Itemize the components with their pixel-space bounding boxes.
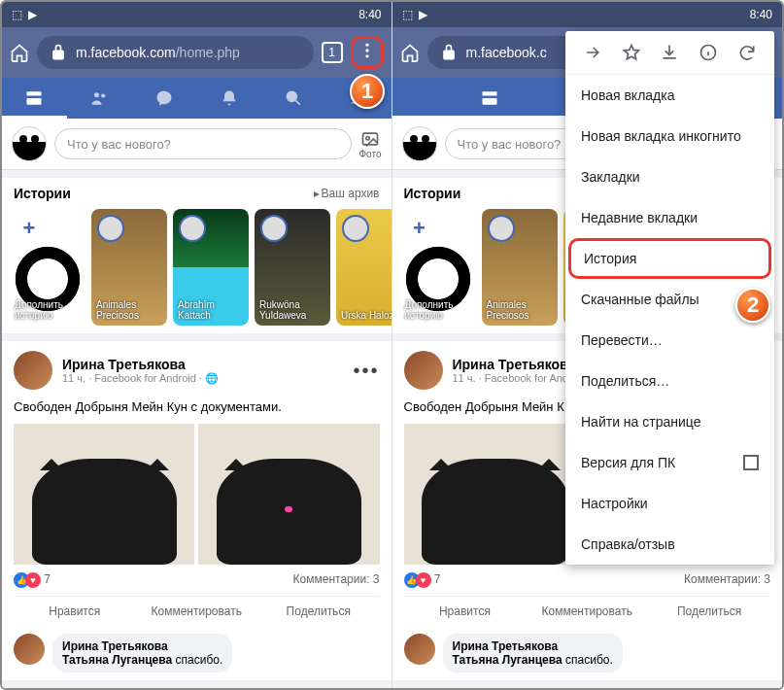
tab-messenger[interactable] xyxy=(132,78,197,119)
stories-archive-link[interactable]: ▸ Ваш архив xyxy=(314,186,380,201)
photo-button[interactable]: Фото xyxy=(359,129,382,159)
comment-bubble[interactable]: Ирина Третьякова Татьяна Луганцева спаси… xyxy=(443,634,623,673)
play-icon: ▶ xyxy=(28,8,37,21)
status-bar: ⬚ ▶ 8:40 xyxy=(2,2,392,27)
tab-friends[interactable] xyxy=(67,78,132,119)
like-button[interactable]: Нравится xyxy=(14,597,136,626)
clock: 8:40 xyxy=(358,8,381,21)
post-username[interactable]: Ирина Третьякова xyxy=(62,357,219,372)
post-images[interactable] xyxy=(14,424,380,565)
menu-desktop-site[interactable]: Версия для ПК xyxy=(565,442,774,483)
url-bar[interactable]: m.facebook.com/home.php xyxy=(37,36,314,69)
tab-feed[interactable] xyxy=(392,78,588,119)
user-avatar[interactable] xyxy=(402,126,437,161)
share-button[interactable]: Поделиться xyxy=(648,597,770,626)
menu-recent-tabs[interactable]: Недавние вкладки xyxy=(565,197,774,238)
tab-notifications[interactable] xyxy=(196,78,261,119)
feed-post: Ирина Третьякова 11 ч. · Facebook for An… xyxy=(2,341,392,626)
svg-rect-11 xyxy=(482,98,496,105)
annotation-badge-1: 1 xyxy=(350,74,385,109)
comment-button[interactable]: Комментировать xyxy=(526,597,648,626)
love-icon: ♥ xyxy=(416,572,431,588)
stories-section: Истории ▸ Ваш архив Дополнить историю An… xyxy=(2,178,392,333)
star-icon[interactable] xyxy=(622,43,641,62)
menu-find[interactable]: Найти на странице xyxy=(565,401,774,442)
menu-new-tab[interactable]: Новая вкладка xyxy=(565,75,774,116)
story-item[interactable]: Animales Preciosos xyxy=(91,209,167,326)
refresh-icon[interactable] xyxy=(737,43,757,62)
info-icon[interactable] xyxy=(699,43,718,62)
post-comments-count[interactable]: Комментарии: 3 xyxy=(684,572,770,588)
tab-search[interactable] xyxy=(261,78,326,119)
menu-help[interactable]: Справка/отзыв xyxy=(565,524,774,565)
menu-incognito[interactable]: Новая вкладка инкогнито xyxy=(565,116,774,156)
svg-rect-4 xyxy=(27,98,42,105)
menu-bookmarks[interactable]: Закладки xyxy=(565,156,774,197)
like-button[interactable]: Нравится xyxy=(404,597,527,626)
svg-rect-10 xyxy=(482,91,496,95)
status-bar: ⬚ ▶ 8:40 xyxy=(392,2,783,27)
svg-point-0 xyxy=(365,44,368,47)
browser-menu-button[interactable] xyxy=(351,36,384,69)
app-icon: ⬚ xyxy=(402,8,413,21)
story-item[interactable]: Rukwöna Yuldaweva xyxy=(255,209,330,326)
share-button[interactable]: Поделиться xyxy=(257,597,380,626)
home-icon[interactable] xyxy=(10,43,29,62)
tab-feed[interactable] xyxy=(2,78,67,119)
svg-point-1 xyxy=(365,49,368,52)
post-avatar[interactable] xyxy=(14,351,52,390)
lock-icon xyxy=(49,43,68,62)
comment-preview: Ирина Третьякова Татьяна Луганцева спаси… xyxy=(2,626,392,680)
comment-preview: Ирина Третьякова Татьяна Луганцева спаси… xyxy=(392,626,783,680)
svg-rect-3 xyxy=(27,91,42,95)
menu-share[interactable]: Поделиться… xyxy=(565,361,774,401)
tab-count[interactable]: 1 xyxy=(322,42,343,63)
clock: 8:40 xyxy=(750,8,772,21)
home-icon[interactable] xyxy=(400,43,420,62)
story-item[interactable]: Abrahîm Kattach xyxy=(173,209,249,326)
svg-point-9 xyxy=(366,136,369,139)
love-icon: ♥ xyxy=(25,572,41,588)
svg-point-5 xyxy=(94,92,99,97)
browser-toolbar: m.facebook.com/home.php 1 xyxy=(2,27,392,78)
svg-point-7 xyxy=(288,91,297,101)
comment-avatar[interactable] xyxy=(404,634,435,665)
post-time: 11 ч. · Facebook for Android · 🌐 xyxy=(62,372,219,385)
annotation-badge-2: 2 xyxy=(735,288,770,323)
fb-nav-tabs xyxy=(2,78,392,119)
comment-avatar[interactable] xyxy=(14,634,45,665)
post-reactions[interactable]: 👍♥ 7 xyxy=(404,572,441,588)
post-reactions[interactable]: 👍♥ 7 xyxy=(14,572,51,588)
desktop-checkbox[interactable] xyxy=(743,455,759,470)
post-menu-button[interactable]: ••• xyxy=(353,360,379,382)
comment-button[interactable]: Комментировать xyxy=(136,597,258,626)
comment-bubble[interactable]: Ирина Третьякова Татьяна Луганцева спаси… xyxy=(52,634,232,673)
svg-point-2 xyxy=(365,54,368,57)
menu-translate[interactable]: Перевести… xyxy=(565,320,774,361)
app-icon: ⬚ xyxy=(12,8,22,21)
stories-title: Истории xyxy=(404,186,461,201)
forward-icon[interactable] xyxy=(583,43,602,62)
svg-point-6 xyxy=(101,93,105,97)
post-avatar[interactable] xyxy=(404,351,443,390)
story-item[interactable]: Urska Halozan xyxy=(336,209,392,326)
play-icon: ▶ xyxy=(419,8,427,21)
composer: Что у вас нового? Фото xyxy=(2,119,392,170)
story-add[interactable]: Дополнить историю xyxy=(400,209,476,326)
story-item[interactable]: Animales Preciosos xyxy=(482,209,558,326)
story-add[interactable]: Дополнить историю xyxy=(10,209,85,326)
download-icon[interactable] xyxy=(660,43,679,62)
stories-title: Истории xyxy=(14,186,71,201)
lock-icon xyxy=(439,43,459,62)
menu-settings[interactable]: Настройки xyxy=(565,483,774,524)
post-text: Свободен Добрыня Мейн Кун с документами. xyxy=(14,390,380,424)
post-comments-count[interactable]: Комментарии: 3 xyxy=(293,572,380,588)
composer-input[interactable]: Что у вас нового? xyxy=(54,128,352,159)
user-avatar[interactable] xyxy=(12,126,47,161)
menu-history[interactable]: История xyxy=(568,238,771,279)
